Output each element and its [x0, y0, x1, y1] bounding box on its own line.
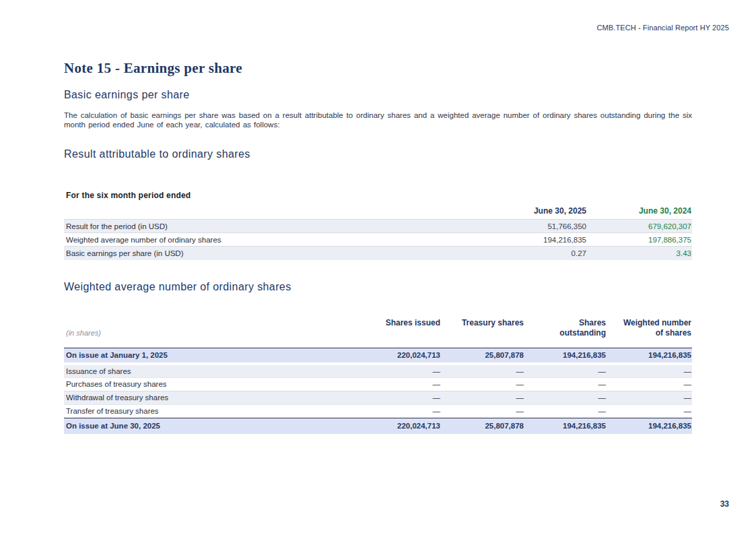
- cell-value: 25,807,878: [441, 418, 524, 434]
- row-label: Purchases of treasury shares: [64, 377, 293, 391]
- cell-value: 220,024,713: [293, 348, 441, 364]
- page-header: CMB.TECH - Financial Report HY 2025: [27, 0, 729, 32]
- value-2025: 0.27: [481, 247, 587, 260]
- shares-table-header-row: (in shares) Shares issued Treasury share…: [64, 318, 692, 348]
- cell-value: —: [293, 377, 441, 391]
- eps-table-header-row: June 30, 2025 June 30, 2024: [64, 206, 692, 220]
- eps-header-2024: June 30, 2024: [587, 206, 692, 220]
- intro-paragraph: The calculation of basic earnings per sh…: [64, 111, 692, 129]
- cell-value: 194,216,835: [524, 418, 607, 434]
- unit-cell: (in shares): [64, 318, 293, 348]
- cell-value: —: [441, 404, 524, 418]
- cell-value: —: [524, 364, 607, 377]
- cell-value: —: [293, 364, 441, 377]
- row-label: On issue at January 1, 2025: [64, 348, 293, 364]
- table-row: Transfer of treasury shares — — — —: [64, 404, 692, 418]
- cell-value: —: [441, 391, 524, 404]
- row-label: On issue at June 30, 2025: [64, 418, 293, 434]
- note-title: Note 15 - Earnings per share: [64, 60, 692, 76]
- cell-value: 194,216,835: [524, 348, 607, 364]
- table-row: Basic earnings per share (in USD) 0.27 3…: [64, 247, 692, 260]
- table-row: Result for the period (in USD) 51,766,35…: [64, 220, 692, 233]
- cell-value: —: [293, 391, 441, 404]
- section2-heading: Weighted average number of ordinary shar…: [64, 280, 692, 294]
- row-label: Basic earnings per share (in USD): [64, 247, 481, 260]
- eps-table: June 30, 2025 June 30, 2024 Result for t…: [64, 206, 692, 260]
- table-row: Withdrawal of treasury shares — — — —: [64, 391, 692, 404]
- cell-value: 194,216,835: [607, 418, 692, 434]
- shares-table: (in shares) Shares issued Treasury share…: [64, 318, 692, 435]
- eps-table-caption: For the six month period ended: [64, 191, 692, 200]
- value-2024: 197,886,375: [587, 233, 692, 247]
- row-label: Result for the period (in USD): [64, 220, 481, 233]
- value-2025: 194,216,835: [481, 233, 587, 247]
- note-subtitle: Basic earnings per share: [64, 88, 692, 102]
- header-shares-issued: Shares issued: [293, 318, 441, 348]
- eps-header-2025: June 30, 2025: [481, 206, 587, 220]
- cell-value: 220,024,713: [293, 418, 441, 434]
- section1-heading: Result attributable to ordinary shares: [64, 148, 692, 161]
- cell-value: —: [524, 404, 607, 418]
- cell-value: —: [293, 404, 441, 418]
- unit-label: (in shares): [66, 329, 101, 337]
- page-content: Note 15 - Earnings per share Basic earni…: [64, 60, 692, 434]
- row-label: Issuance of shares: [64, 364, 293, 377]
- report-page: CMB.TECH - Financial Report HY 2025 Note…: [0, 0, 756, 537]
- cell-value: 25,807,878: [441, 348, 524, 364]
- value-2025: 51,766,350: [481, 220, 587, 233]
- table-row: Purchases of treasury shares — — — —: [64, 377, 692, 391]
- value-2024: 679,620,307: [587, 220, 692, 233]
- cell-value: —: [607, 364, 692, 377]
- cell-value: —: [524, 391, 607, 404]
- table-row: Issuance of shares — — — —: [64, 364, 692, 377]
- table-row-total: On issue at January 1, 2025 220,024,713 …: [64, 348, 692, 364]
- cell-value: —: [607, 391, 692, 404]
- header-weighted-number: Weighted number of shares: [607, 318, 692, 348]
- row-label: Withdrawal of treasury shares: [64, 391, 293, 404]
- header-shares-outstanding: Shares outstanding: [524, 318, 607, 348]
- table-row: Weighted average number of ordinary shar…: [64, 233, 692, 247]
- table-row-total: On issue at June 30, 2025 220,024,713 25…: [64, 418, 692, 434]
- page-number: 33: [720, 499, 729, 509]
- cell-value: —: [607, 377, 692, 391]
- eps-header-spacer: [64, 206, 481, 220]
- cell-value: —: [441, 377, 524, 391]
- row-label: Weighted average number of ordinary shar…: [64, 233, 481, 247]
- cell-value: —: [524, 377, 607, 391]
- cell-value: —: [441, 364, 524, 377]
- row-label: Transfer of treasury shares: [64, 404, 293, 418]
- value-2024: 3.43: [587, 247, 692, 260]
- report-header-text: CMB.TECH - Financial Report HY 2025: [597, 24, 729, 32]
- cell-value: —: [607, 404, 692, 418]
- header-treasury-shares: Treasury shares: [441, 318, 524, 348]
- cell-value: 194,216,835: [607, 348, 692, 364]
